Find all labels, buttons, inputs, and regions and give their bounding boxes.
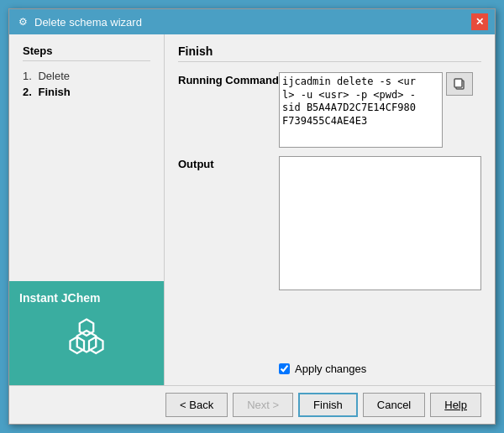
main-window: ⚙ Delete schema wizard ✕ Steps 1. Delete… <box>8 8 496 425</box>
step-delete: 1. Delete <box>23 68 150 84</box>
command-container <box>279 72 481 148</box>
title-bar: ⚙ Delete schema wizard ✕ <box>9 9 495 34</box>
finish-button[interactable]: Finish <box>298 393 358 417</box>
steps-title: Steps <box>23 44 150 61</box>
main-panel: Finish Running Command Output <box>165 34 495 385</box>
running-command-label: Running Command <box>178 72 279 86</box>
step-2-number: 2. <box>23 86 32 98</box>
sidebar-branding: Instant JChem <box>9 281 164 385</box>
hex-logo-icon <box>61 318 112 368</box>
svg-marker-0 <box>77 331 97 352</box>
back-button[interactable]: < Back <box>165 393 228 417</box>
running-command-textarea[interactable] <box>279 72 443 148</box>
panel-title: Finish <box>178 44 481 62</box>
step-1-number: 1. <box>23 70 32 82</box>
step-finish: 2. Finish <box>23 84 150 100</box>
svg-rect-5 <box>454 79 462 87</box>
apply-changes-label[interactable]: Apply changes <box>295 363 366 375</box>
title-bar-left: ⚙ Delete schema wizard <box>16 15 142 29</box>
footer: < Back Next > Finish Cancel Help <box>9 385 495 424</box>
output-row: Output <box>178 156 481 349</box>
copy-icon <box>453 77 466 91</box>
cancel-button[interactable]: Cancel <box>363 393 425 417</box>
apply-changes-checkbox[interactable] <box>279 363 290 374</box>
sidebar: Steps 1. Delete 2. Finish Instant JChem <box>9 34 165 385</box>
step-2-label: Finish <box>38 86 70 98</box>
steps-section: Steps 1. Delete 2. Finish <box>9 34 164 281</box>
apply-changes-row: Apply changes <box>279 363 481 375</box>
svg-marker-1 <box>80 320 94 336</box>
output-label: Output <box>178 156 279 170</box>
content-area: Steps 1. Delete 2. Finish Instant JChem <box>9 34 495 385</box>
output-textarea[interactable] <box>280 157 480 290</box>
running-command-row: Running Command <box>178 72 481 148</box>
output-box[interactable] <box>279 156 481 290</box>
help-button[interactable]: Help <box>430 393 481 417</box>
close-button[interactable]: ✕ <box>471 13 488 30</box>
app-icon: ⚙ <box>16 15 29 29</box>
steps-list: 1. Delete 2. Finish <box>23 68 150 100</box>
window-title: Delete schema wizard <box>34 16 142 29</box>
brand-name: Instant JChem <box>19 291 100 305</box>
step-1-label: Delete <box>38 70 70 82</box>
brand-logo-area <box>19 311 154 375</box>
copy-button[interactable] <box>446 72 473 96</box>
next-button[interactable]: Next > <box>233 393 293 417</box>
